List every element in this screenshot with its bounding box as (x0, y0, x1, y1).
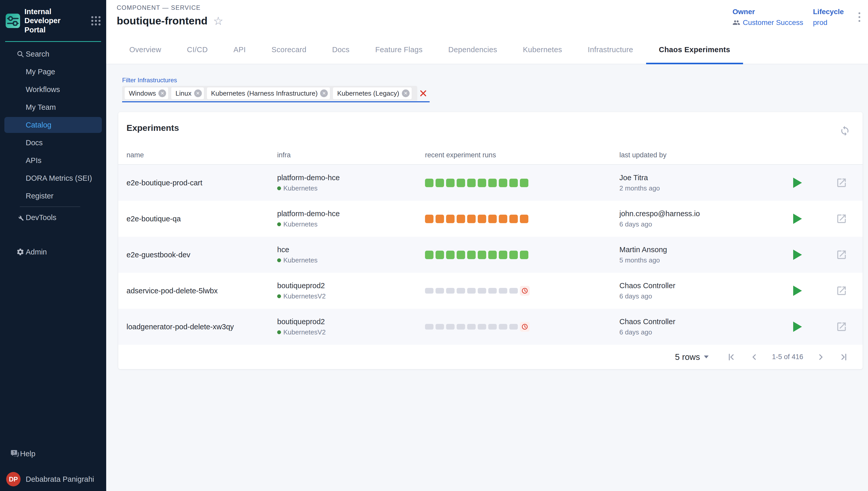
open-experiment-icon[interactable] (836, 249, 847, 260)
run-status-square (457, 288, 465, 294)
sidebar-item-search[interactable]: Search (4, 46, 102, 62)
table-row[interactable]: e2e-boutique-qaplatform-demo-hceKubernet… (118, 201, 863, 237)
sidebar-item-my-team[interactable]: My Team (4, 99, 102, 115)
updated-by: Martin Ansong (619, 246, 784, 254)
recent-runs (425, 179, 619, 187)
pagination: 5 rows 1-5 of 416 (118, 345, 863, 369)
first-page-icon[interactable] (724, 352, 739, 362)
run-experiment-button[interactable] (793, 322, 802, 332)
run-status-square (509, 215, 518, 223)
rows-per-page-label: 5 rows (675, 352, 700, 362)
run-status-square (488, 251, 497, 259)
run-status-square (457, 179, 465, 187)
table-row[interactable]: e2e-boutique-prod-cartplatform-demo-hceK… (118, 165, 863, 201)
tab-kubernetes[interactable]: Kubernetes (510, 37, 575, 64)
sidebar-item-apis[interactable]: APIs (4, 152, 102, 168)
tab-ci-cd[interactable]: CI/CD (174, 37, 221, 64)
open-experiment-icon[interactable] (836, 321, 847, 333)
filter-chip-kubernetes-harness-infrastructure: Kubernetes (Harness Infrastructure)✕ (207, 87, 330, 99)
filter-chip-windows: Windows✕ (125, 87, 168, 99)
experiment-name: e2e-guestbook-dev (126, 251, 277, 259)
sidebar-item-label: Catalog (26, 121, 51, 129)
refresh-icon[interactable] (839, 125, 850, 137)
chip-remove-icon[interactable]: ✕ (402, 89, 410, 97)
main-area: COMPONENT — SERVICE boutique-frontend ☆ … (106, 0, 868, 491)
run-status-square (467, 215, 476, 223)
updated-by: Chaos Controller (619, 317, 784, 326)
run-status-square (478, 324, 486, 329)
tab-overview[interactable]: Overview (116, 37, 174, 64)
tab-infrastructure[interactable]: Infrastructure (575, 37, 646, 64)
tab-scorecard[interactable]: Scorecard (259, 37, 319, 64)
updated-by: Chaos Controller (619, 282, 784, 290)
infra-type: Kubernetes (283, 256, 318, 264)
help-label: Help (20, 450, 35, 458)
favorite-star-icon[interactable]: ☆ (213, 16, 223, 27)
sidebar-item-devtools[interactable]: DevTools (4, 209, 102, 226)
chip-remove-icon[interactable]: ✕ (320, 89, 328, 97)
chip-label: Windows (129, 89, 156, 97)
chip-label: Kubernetes (Legacy) (337, 89, 399, 97)
run-status-square (467, 324, 476, 329)
page-title: boutique-frontend (117, 15, 207, 27)
open-experiment-icon[interactable] (836, 177, 847, 189)
help-button[interactable]: ? Help (4, 446, 102, 462)
rows-per-page-select[interactable]: 5 rows (675, 352, 708, 362)
sidebar-item-label: Admin (26, 248, 47, 256)
experiment-name: e2e-boutique-qa (126, 215, 277, 223)
owner-link[interactable]: Customer Success (743, 19, 803, 27)
filter-focus-underline (122, 101, 430, 102)
sidebar-item-label: Search (26, 50, 49, 58)
run-status-square (425, 179, 433, 187)
sidebar-item-admin[interactable]: Admin (4, 244, 102, 260)
filter-infrastructures-label[interactable]: Filter Infrastructures (122, 77, 863, 84)
sidebar-item-dora-metrics-sei[interactable]: DORA Metrics (SEI) (4, 170, 102, 186)
open-experiment-icon[interactable] (836, 213, 847, 224)
chip-remove-icon[interactable]: ✕ (158, 89, 166, 97)
chevron-down-icon (704, 355, 708, 358)
chip-remove-icon[interactable]: ✕ (194, 89, 202, 97)
run-experiment-button[interactable] (793, 178, 802, 188)
experiment-name: e2e-boutique-prod-cart (126, 179, 277, 187)
sidebar-item-my-page[interactable]: My Page (4, 64, 102, 80)
run-experiment-button[interactable] (793, 213, 802, 224)
table-row[interactable]: adservice-pod-delete-5lwbxboutiqueprod2K… (118, 273, 863, 309)
sidebar: Internal Developer Portal SearchMy PageW… (0, 0, 106, 491)
sidebar-item-register[interactable]: Register (4, 188, 102, 204)
next-page-icon[interactable] (813, 352, 828, 362)
more-options-icon[interactable] (857, 11, 862, 23)
table-row[interactable]: loadgenerator-pod-delete-xw3qyboutiquepr… (118, 309, 863, 345)
run-status-square (499, 179, 507, 187)
search-icon (16, 50, 26, 58)
column-header-recent-experiment-runs: recent experiment runs (425, 151, 619, 159)
infra-type: Kubernetes (283, 220, 318, 228)
tab-api[interactable]: API (221, 37, 259, 64)
sidebar-item-catalog[interactable]: Catalog (4, 117, 102, 133)
tab-feature-flags[interactable]: Feature Flags (362, 37, 435, 64)
open-experiment-icon[interactable] (836, 285, 847, 296)
run-status-square (446, 324, 455, 329)
run-status-square (436, 179, 444, 187)
run-experiment-button[interactable] (793, 286, 802, 296)
run-status-square (436, 288, 444, 294)
gear-icon (16, 248, 26, 256)
tab-chaos-experiments[interactable]: Chaos Experiments (646, 37, 743, 64)
run-status-square (425, 251, 433, 259)
clear-filters-icon[interactable] (418, 88, 428, 98)
tab-dependencies[interactable]: Dependencies (436, 37, 510, 64)
updated-at: 6 days ago (619, 220, 784, 228)
user-menu[interactable]: DP Debabrata Panigrahi (6, 472, 102, 486)
table-row[interactable]: e2e-guestbook-devhceKubernetesMartin Ans… (118, 237, 863, 273)
run-status-square (436, 324, 444, 329)
sidebar-item-docs[interactable]: Docs (4, 135, 102, 151)
column-header-last-updated-by: last updated by (619, 151, 784, 159)
last-page-icon[interactable] (837, 352, 851, 362)
run-experiment-button[interactable] (793, 250, 802, 260)
apps-grid-icon[interactable] (91, 16, 100, 25)
filter-chip-box[interactable]: Windows✕Linux✕Kubernetes (Harness Infras… (122, 86, 417, 101)
run-status-square (488, 288, 497, 294)
run-status-square (499, 288, 507, 294)
sidebar-item-workflows[interactable]: Workflows (4, 82, 102, 97)
previous-page-icon[interactable] (747, 352, 761, 362)
tab-docs[interactable]: Docs (319, 37, 363, 64)
